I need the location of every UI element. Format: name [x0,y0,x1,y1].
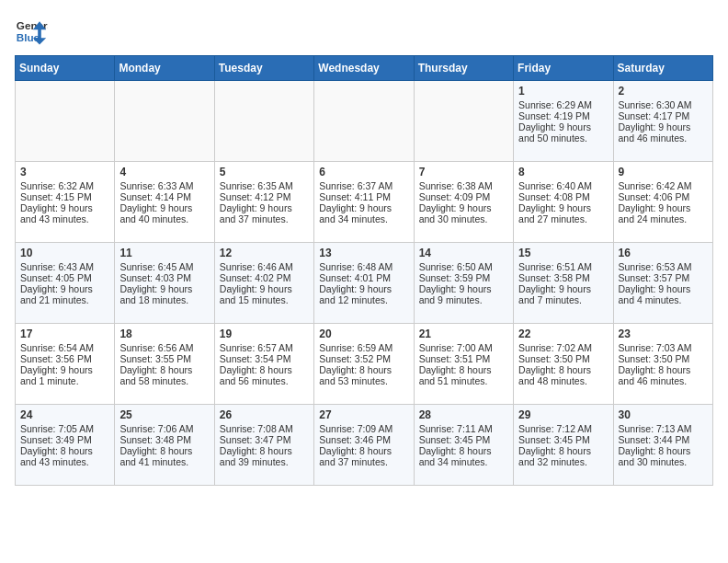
calendar-cell: 17Sunrise: 6:54 AMSunset: 3:56 PMDayligh… [16,324,115,405]
day-info: Daylight: 8 hours [419,364,508,375]
calendar-cell: 2Sunrise: 6:30 AMSunset: 4:17 PMDaylight… [613,81,712,162]
day-info: Sunset: 4:06 PM [619,191,708,202]
day-number: 8 [518,166,608,178]
day-info: Sunset: 3:59 PM [419,272,508,283]
day-info: and 43 minutes. [20,456,109,467]
day-number: 2 [619,85,708,98]
day-info: and 50 minutes. [518,132,608,144]
day-info: and 30 minutes. [419,213,508,224]
week-row-5: 24Sunrise: 7:05 AMSunset: 3:49 PMDayligh… [16,405,713,486]
day-info: Daylight: 8 hours [119,445,209,456]
day-info: and 24 minutes. [619,213,708,224]
day-info: Daylight: 8 hours [119,364,209,375]
day-info: Sunset: 4:19 PM [518,110,608,121]
calendar-cell [414,81,513,162]
day-info: and 27 minutes. [518,213,608,224]
calendar-cell: 25Sunrise: 7:06 AMSunset: 3:48 PMDayligh… [115,405,214,486]
day-info: Sunrise: 6:43 AM [20,261,109,272]
calendar-cell: 26Sunrise: 7:08 AMSunset: 3:47 PMDayligh… [214,405,313,486]
day-info: and 18 minutes. [119,294,209,305]
calendar-cell: 28Sunrise: 7:11 AMSunset: 3:45 PMDayligh… [414,405,513,486]
day-info: and 53 minutes. [319,375,408,386]
day-info: and 58 minutes. [119,375,209,386]
day-info: and 15 minutes. [220,294,309,305]
day-number: 25 [119,408,209,421]
day-info: Sunset: 3:49 PM [20,434,109,445]
day-info: Daylight: 9 hours [319,283,408,294]
day-info: Daylight: 9 hours [518,202,608,213]
day-number: 21 [419,327,508,340]
day-info: Daylight: 9 hours [119,283,209,294]
day-info: Sunrise: 6:51 AM [518,261,608,272]
calendar-cell: 5Sunrise: 6:35 AMSunset: 4:12 PMDaylight… [214,162,313,243]
day-info: and 48 minutes. [518,375,608,386]
day-info: and 37 minutes. [220,213,309,224]
day-number: 5 [220,166,309,178]
day-info: Sunset: 3:50 PM [518,353,608,364]
day-info: Sunrise: 6:30 AM [619,99,708,110]
day-info: and 9 minutes. [419,294,508,305]
calendar-cell: 7Sunrise: 6:38 AMSunset: 4:09 PMDaylight… [414,162,513,243]
day-info: and 21 minutes. [20,294,109,305]
day-info: Sunset: 3:44 PM [619,434,708,445]
day-info: Sunset: 3:46 PM [319,434,408,445]
day-number: 6 [319,166,408,178]
calendar-cell: 1Sunrise: 6:29 AMSunset: 4:19 PMDaylight… [514,81,613,162]
day-info: Daylight: 9 hours [619,283,708,294]
day-info: Sunset: 4:01 PM [319,272,408,283]
day-info: Sunset: 4:09 PM [419,191,508,202]
weekday-header-friday: Friday [514,56,613,81]
day-info: Daylight: 9 hours [319,202,408,213]
day-info: Sunrise: 7:03 AM [619,342,708,353]
calendar-cell: 13Sunrise: 6:48 AMSunset: 4:01 PMDayligh… [314,243,414,324]
day-info: and 34 minutes. [419,456,508,467]
weekday-header-row: SundayMondayTuesdayWednesdayThursdayFrid… [16,56,713,81]
day-info: Daylight: 9 hours [419,202,508,213]
calendar-cell [214,81,313,162]
day-info: Daylight: 9 hours [119,202,209,213]
day-number: 18 [119,327,209,340]
day-info: Sunrise: 6:48 AM [319,261,408,272]
day-info: Daylight: 8 hours [619,364,708,375]
day-number: 11 [119,247,209,259]
day-number: 28 [419,408,508,421]
day-info: and 30 minutes. [619,456,708,467]
day-info: Sunrise: 6:35 AM [220,180,309,191]
day-info: Sunrise: 6:46 AM [220,261,309,272]
day-number: 20 [319,327,408,340]
day-info: Sunrise: 6:29 AM [518,99,608,110]
day-info: Sunset: 3:51 PM [419,353,508,364]
day-number: 1 [518,85,608,98]
day-number: 23 [619,327,708,340]
day-info: Sunset: 3:45 PM [419,434,508,445]
calendar-cell: 23Sunrise: 7:03 AMSunset: 3:50 PMDayligh… [613,324,712,405]
day-info: Sunrise: 6:38 AM [419,180,508,191]
day-info: Daylight: 9 hours [419,283,508,294]
day-info: Sunset: 3:50 PM [619,353,708,364]
day-info: Sunrise: 6:57 AM [220,342,309,353]
day-info: Sunset: 3:55 PM [119,353,209,364]
day-info: Sunset: 4:08 PM [518,191,608,202]
day-number: 13 [319,247,408,259]
day-number: 4 [119,166,209,178]
calendar-cell [115,81,214,162]
day-info: Daylight: 9 hours [518,121,608,132]
day-number: 19 [220,327,309,340]
week-row-2: 3Sunrise: 6:32 AMSunset: 4:15 PMDaylight… [16,162,713,243]
calendar-cell: 9Sunrise: 6:42 AMSunset: 4:06 PMDaylight… [613,162,712,243]
day-info: Sunset: 3:54 PM [220,353,309,364]
day-info: Sunset: 4:11 PM [319,191,408,202]
day-info: Sunrise: 6:32 AM [20,180,109,191]
day-info: Daylight: 8 hours [518,445,608,456]
calendar-cell: 21Sunrise: 7:00 AMSunset: 3:51 PMDayligh… [414,324,513,405]
weekday-header-monday: Monday [115,56,214,81]
weekday-header-saturday: Saturday [613,56,712,81]
calendar-cell [16,81,115,162]
calendar-cell: 4Sunrise: 6:33 AMSunset: 4:14 PMDaylight… [115,162,214,243]
day-info: Sunrise: 6:59 AM [319,342,408,353]
day-info: Sunrise: 7:13 AM [619,423,708,434]
logo: General Blue [15,15,48,48]
calendar-cell: 29Sunrise: 7:12 AMSunset: 3:45 PMDayligh… [514,405,613,486]
day-info: Sunset: 3:48 PM [119,434,209,445]
day-info: and 41 minutes. [119,456,209,467]
